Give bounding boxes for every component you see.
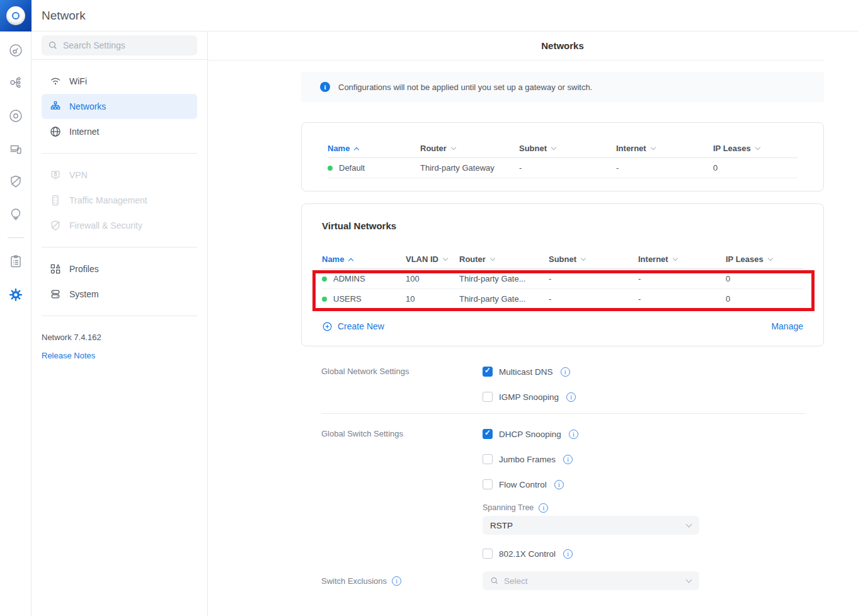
spanning-tree-select[interactable]: RSTP	[483, 516, 699, 535]
info-icon[interactable]: i	[561, 367, 570, 377]
column-header-subnet[interactable]: Subnet	[549, 254, 638, 264]
network-ip-leases: 0	[726, 274, 803, 283]
multicast-dns-checkbox[interactable]	[483, 367, 493, 377]
flow-control-row: Flow Control i	[483, 472, 824, 497]
table-row-admins[interactable]: ADMINS 100 Third-party Gate... - - 0	[322, 269, 803, 289]
sort-chevron-icon	[755, 145, 760, 150]
network-subnet: -	[549, 294, 638, 304]
switch-exclusions-select[interactable]: Select	[483, 571, 699, 590]
clients-icon[interactable]	[8, 141, 23, 156]
status-dot	[322, 277, 327, 282]
info-icon[interactable]: i	[563, 455, 573, 464]
network-name: Default	[339, 163, 365, 173]
table-header-row: Name Router Subnet Internet	[328, 139, 798, 158]
dot1x-control-checkbox[interactable]	[483, 549, 493, 559]
info-icon[interactable]: i	[563, 549, 573, 559]
security-shield-icon[interactable]	[8, 174, 23, 189]
chevron-down-icon	[686, 577, 692, 583]
search-settings-input[interactable]	[63, 40, 191, 50]
column-header-router[interactable]: Router	[420, 144, 519, 153]
wifiman-bulb-icon[interactable]	[8, 207, 23, 222]
create-new-label: Create New	[338, 321, 384, 331]
search-icon	[48, 40, 58, 50]
top-bar: Network	[31, 0, 858, 31]
nav-divider	[42, 153, 197, 154]
version-label: Network 7.4.162	[42, 333, 197, 342]
switch-exclusions-row: Switch Exclusions i Select	[301, 571, 824, 590]
table-row-users[interactable]: USERS 10 Third-party Gate... - - 0	[322, 289, 803, 309]
manage-link[interactable]: Manage	[771, 321, 803, 331]
spanning-tree-label: Spanning Tree	[483, 503, 534, 512]
sidebar-item-internet[interactable]: Internet	[42, 119, 197, 144]
info-icon[interactable]: i	[566, 392, 576, 402]
column-header-label: IP Leases	[726, 254, 764, 264]
release-notes-link[interactable]: Release Notes	[42, 351, 95, 360]
sort-chevron-icon	[348, 258, 353, 263]
sidebar-item-networks[interactable]: Networks	[42, 94, 197, 119]
column-header-internet[interactable]: Internet	[638, 254, 726, 264]
column-header-vlan-id[interactable]: VLAN ID	[406, 254, 459, 264]
column-header-label: IP Leases	[713, 144, 751, 153]
checkbox-label: DHCP Snooping	[499, 430, 561, 439]
info-icon: i	[320, 82, 330, 92]
sidebar-item-firewall-security: Firewall & Security	[42, 213, 197, 238]
column-header-ip-leases[interactable]: IP Leases	[713, 144, 798, 153]
network-name: ADMINS	[333, 274, 365, 283]
network-internet: -	[616, 163, 713, 173]
table-row-default[interactable]: Default Third-party Gateway - - 0	[328, 158, 798, 178]
column-header-subnet[interactable]: Subnet	[519, 144, 616, 153]
info-icon[interactable]: i	[539, 503, 548, 513]
network-router: Third-party Gateway	[420, 163, 519, 173]
settings-gear-icon[interactable]	[8, 287, 23, 302]
sidebar-item-label: System	[69, 289, 99, 299]
column-header-router[interactable]: Router	[459, 254, 549, 264]
content-column: i Configurations will not be applied unt…	[301, 72, 824, 590]
settings-sidebar: WiFi Networks Internet	[31, 31, 208, 616]
igmp-snooping-checkbox[interactable]	[483, 392, 493, 402]
checkbox-label: IGMP Snooping	[499, 392, 559, 402]
networks-table-card: Name Router Subnet Internet	[301, 122, 824, 191]
topology-icon[interactable]	[8, 75, 23, 90]
network-ip-leases: 0	[713, 163, 798, 173]
dhcp-snooping-checkbox[interactable]	[483, 429, 493, 439]
global-switch-settings-row: Global Switch Settings DHCP Snooping i J…	[301, 421, 824, 566]
networks-tree-icon	[49, 100, 62, 113]
info-icon[interactable]: i	[569, 430, 578, 439]
status-dot	[328, 166, 333, 171]
column-header-internet[interactable]: Internet	[616, 144, 713, 153]
sort-chevron-icon	[451, 145, 456, 150]
devices-icon[interactable]	[8, 108, 23, 123]
virtual-networks-footer: Create New Manage	[322, 312, 803, 341]
system-stack-icon	[49, 288, 62, 300]
sidebar-item-system[interactable]: System	[42, 282, 197, 307]
flow-control-checkbox[interactable]	[483, 479, 493, 489]
network-subnet: -	[519, 163, 616, 173]
info-icon[interactable]: i	[554, 480, 564, 489]
jumbo-frames-checkbox[interactable]	[483, 454, 493, 464]
column-header-ip-leases[interactable]: IP Leases	[726, 254, 803, 264]
search-settings-box[interactable]	[42, 35, 197, 55]
global-switch-settings-label: Global Switch Settings	[301, 421, 483, 566]
sort-chevron-icon	[650, 145, 655, 150]
settings-form: Global Network Settings Multicast DNS i …	[301, 359, 824, 590]
dashboard-icon[interactable]	[8, 43, 23, 58]
column-header-label: Subnet	[519, 144, 547, 153]
column-header-name[interactable]: Name	[322, 254, 406, 264]
unifi-logo[interactable]	[0, 0, 31, 31]
column-header-label: Router	[420, 144, 447, 153]
sort-chevron-icon	[490, 256, 495, 261]
system-log-icon[interactable]	[8, 254, 23, 269]
network-router: Third-party Gate...	[459, 294, 549, 304]
checkbox-label: Multicast DNS	[499, 367, 553, 377]
info-icon[interactable]: i	[392, 576, 401, 586]
nav-divider	[42, 247, 197, 248]
create-new-button[interactable]: Create New	[322, 321, 384, 332]
sidebar-item-profiles[interactable]: Profiles	[42, 256, 197, 282]
sidebar-item-wifi[interactable]: WiFi	[42, 69, 197, 94]
network-subnet: -	[549, 274, 638, 283]
sidebar-item-label: Firewall & Security	[69, 220, 142, 231]
column-header-name[interactable]: Name	[328, 144, 420, 153]
page-title: Networks	[301, 40, 824, 51]
sort-chevron-icon	[768, 256, 773, 261]
app-window: Network WiFi Net	[0, 0, 858, 616]
